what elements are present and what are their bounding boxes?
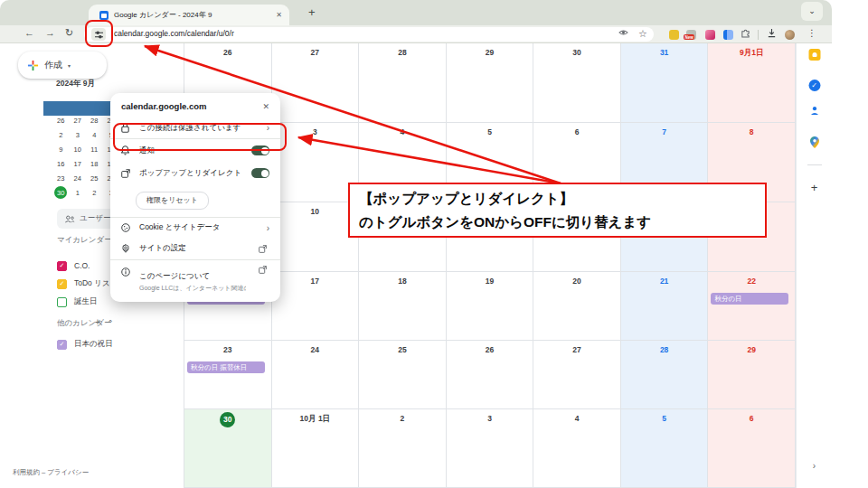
- popup-close-icon[interactable]: ✕: [262, 102, 269, 111]
- external-link-icon: [259, 266, 269, 274]
- google-plus-icon: [27, 60, 39, 71]
- reset-permissions-button[interactable]: 権限をリセット: [136, 192, 209, 210]
- profile-avatar[interactable]: [785, 30, 795, 40]
- day-cell[interactable]: 29: [708, 341, 796, 409]
- reload-button[interactable]: ↻: [65, 27, 73, 39]
- contacts-icon[interactable]: [809, 106, 819, 117]
- extension-icon-1[interactable]: [669, 30, 679, 40]
- mini-calendar-day[interactable]: 24: [70, 171, 87, 185]
- extensions-puzzle-icon[interactable]: [741, 28, 750, 40]
- day-cell[interactable]: 18: [359, 272, 447, 341]
- day-cell[interactable]: 5: [621, 409, 709, 488]
- mini-calendar-day[interactable]: 27: [70, 113, 87, 127]
- mini-calendar-day[interactable]: 2: [52, 127, 70, 142]
- tab-google-calendar[interactable]: Google カレンダー - 2024年 9 ✕: [89, 5, 289, 25]
- site-settings-row[interactable]: サイトの設定: [110, 239, 280, 259]
- calendar-checkbox[interactable]: [57, 297, 67, 307]
- maps-icon[interactable]: [810, 136, 819, 152]
- event-pill[interactable]: 秋分の日: [711, 293, 788, 305]
- mini-calendar-day[interactable]: 4: [86, 127, 103, 142]
- create-button[interactable]: 作成 ▾: [18, 52, 107, 79]
- mini-calendar-day[interactable]: 28: [86, 113, 103, 127]
- day-cell[interactable]: 21: [621, 272, 709, 341]
- create-caret-icon[interactable]: ▾: [68, 62, 71, 69]
- back-button[interactable]: ←: [24, 27, 34, 38]
- window-collapse-button[interactable]: ⌄: [801, 2, 823, 21]
- day-cell[interactable]: 28: [621, 341, 709, 409]
- calendar-list-item[interactable]: ✓ToDo リスト: [57, 275, 118, 293]
- mini-calendar-day[interactable]: 9: [52, 142, 70, 156]
- calendar-checkbox[interactable]: ✓: [57, 261, 67, 271]
- bookmark-star-icon[interactable]: ☆: [638, 28, 647, 40]
- mini-calendar-day[interactable]: 2: [86, 185, 103, 200]
- day-cell[interactable]: 10月 1日: [272, 409, 360, 488]
- event-pill[interactable]: 秋分の日 振替休日: [187, 361, 265, 373]
- new-tab-button[interactable]: +: [308, 5, 316, 19]
- day-cell[interactable]: 26: [447, 341, 534, 409]
- day-cell[interactable]: 10: [272, 202, 360, 272]
- day-number: 19: [486, 277, 494, 286]
- day-number: 2: [401, 414, 405, 423]
- url-text[interactable]: calendar.google.com/calendar/u/0/r: [114, 29, 234, 38]
- day-cell[interactable]: 19: [447, 272, 534, 341]
- day-cell[interactable]: 30: [533, 43, 621, 123]
- day-cell[interactable]: 29: [447, 43, 534, 123]
- get-addons-icon[interactable]: +: [811, 181, 818, 194]
- my-calendars-heading[interactable]: マイカレンダー: [57, 235, 112, 246]
- about-page-row[interactable]: このページについて Google LLCは、インターネット関連のサー...: [110, 260, 280, 296]
- mini-calendar-day[interactable]: 26: [52, 113, 70, 127]
- day-cell[interactable]: 30: [184, 409, 272, 488]
- browser-menu-icon[interactable]: ⋮: [807, 28, 816, 38]
- day-cell[interactable]: 23秋分の日 振替休日: [184, 341, 272, 409]
- extension-icon-3[interactable]: [705, 30, 715, 40]
- day-cell[interactable]: 31: [621, 43, 709, 123]
- day-cell[interactable]: 4: [533, 409, 621, 488]
- mini-calendar-day[interactable]: 17: [70, 156, 87, 171]
- calendar-list-item[interactable]: ✓C.O.: [57, 257, 118, 275]
- day-cell[interactable]: 2: [359, 409, 447, 488]
- day-cell[interactable]: 25: [359, 341, 447, 409]
- day-cell[interactable]: 22秋分の日: [708, 272, 796, 341]
- day-cell[interactable]: 6: [708, 409, 796, 488]
- popups-redirects-toggle[interactable]: [251, 168, 269, 178]
- tab-close-icon[interactable]: ✕: [276, 11, 282, 19]
- day-cell[interactable]: 20: [533, 272, 621, 341]
- mini-calendar-day[interactable]: 23: [52, 171, 70, 185]
- calendar-checkbox[interactable]: ✓: [57, 279, 67, 289]
- day-number: 5: [662, 414, 666, 423]
- tasks-icon[interactable]: ✓: [808, 80, 820, 91]
- extension-icon-4[interactable]: [723, 30, 733, 40]
- terms-privacy-links[interactable]: 利用規約 – プライバシー: [13, 468, 89, 477]
- extension-icon-2[interactable]: New: [686, 30, 696, 40]
- popups-redirects-row[interactable]: ポップアップとリダイレクト: [110, 162, 280, 184]
- day-number: 8: [750, 127, 754, 136]
- mini-calendar-day[interactable]: 3: [70, 127, 87, 142]
- add-calendar-icon[interactable]: +: [95, 317, 108, 327]
- mini-calendar-day[interactable]: 16: [52, 156, 70, 171]
- other-calendars-actions[interactable]: +⌃: [95, 317, 121, 327]
- forward-button[interactable]: →: [45, 27, 55, 38]
- collapse-section-icon[interactable]: ⌃: [108, 319, 121, 327]
- calendar-list-item[interactable]: ✓日本の祝日: [57, 335, 113, 353]
- day-number: 30: [220, 412, 235, 427]
- eye-icon[interactable]: [618, 28, 628, 39]
- day-cell[interactable]: 27: [533, 341, 621, 409]
- day-cell[interactable]: 28: [359, 43, 447, 123]
- mini-calendar-day[interactable]: 30: [54, 186, 67, 199]
- calendar-checkbox[interactable]: ✓: [57, 340, 67, 350]
- scroll-right-icon[interactable]: ›: [813, 461, 816, 471]
- calendar-list-item[interactable]: 誕生日: [57, 293, 118, 311]
- mini-calendar-day[interactable]: 11: [86, 142, 103, 156]
- mini-calendar-day[interactable]: 10: [70, 142, 87, 156]
- day-cell[interactable]: 24: [272, 341, 360, 409]
- keep-icon[interactable]: [808, 49, 820, 61]
- mini-calendar-day[interactable]: 25: [86, 171, 103, 185]
- mini-calendar-day[interactable]: 1: [70, 185, 87, 200]
- cookies-row[interactable]: Cookie とサイトデータ ›: [110, 218, 280, 239]
- download-icon[interactable]: [767, 28, 777, 40]
- mini-calendar-day[interactable]: 18: [86, 156, 103, 171]
- day-cell[interactable]: 27: [272, 43, 360, 123]
- day-cell[interactable]: 17: [272, 272, 360, 341]
- day-cell[interactable]: 3: [447, 409, 534, 488]
- day-cell[interactable]: 9月1日: [708, 43, 796, 123]
